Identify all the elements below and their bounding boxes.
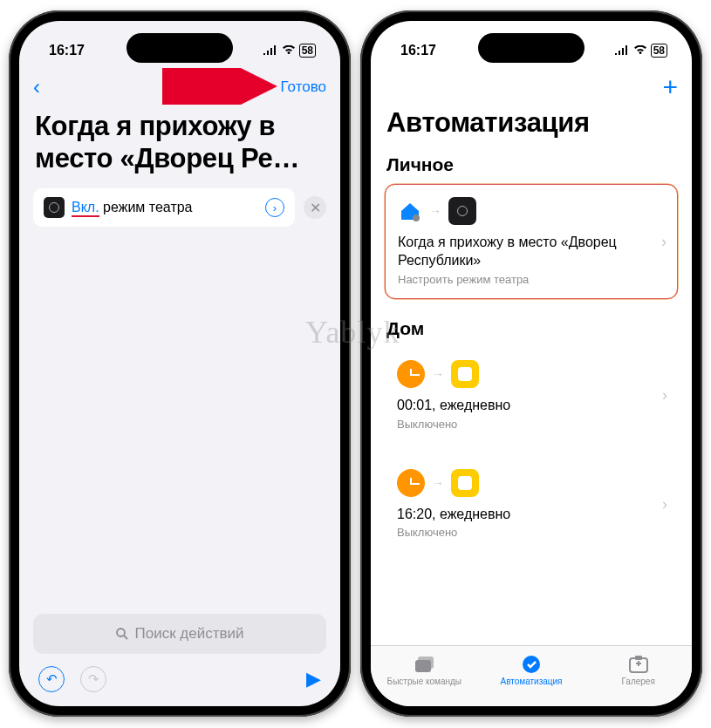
- screen-left: 16:17 58 ‹ Готово Когда я прихожу в мест…: [19, 21, 340, 706]
- automation-card-home-1[interactable]: → 00:01, ежедневно Выключено ›: [385, 348, 678, 443]
- action-card[interactable]: Вкл. режим театра ›: [33, 188, 295, 227]
- wifi-icon: [282, 45, 296, 56]
- chevron-icon: ›: [662, 386, 667, 405]
- cellular-icon: [614, 45, 630, 56]
- tab-shortcuts[interactable]: Быстрые команды: [371, 646, 478, 694]
- automation-card-home-2[interactable]: → 16:20, ежедневно Выключено ›: [385, 457, 678, 552]
- card-title: Когда я прихожу в место «Дворец Республи…: [398, 234, 667, 270]
- card-subtitle: Выключено: [397, 418, 667, 431]
- redo-button: ↷: [80, 666, 106, 692]
- card-icons-row: →: [398, 197, 667, 225]
- outlet-icon: [451, 360, 479, 388]
- add-button[interactable]: +: [662, 72, 678, 102]
- svg-point-6: [523, 656, 540, 673]
- svg-rect-5: [418, 657, 434, 669]
- clear-button[interactable]: ✕: [304, 196, 326, 219]
- dynamic-island: [478, 33, 585, 63]
- card-title: 16:20, ежедневно: [397, 506, 667, 524]
- arrow-icon: →: [429, 204, 441, 218]
- wifi-icon: [633, 45, 647, 56]
- arrow-icon: →: [432, 476, 444, 490]
- arrow-icon: →: [432, 367, 444, 381]
- section-header-personal: Личное: [371, 146, 692, 180]
- done-button[interactable]: Готово: [281, 78, 327, 96]
- watermark: Yablyk: [305, 314, 400, 350]
- watch-icon: [44, 197, 65, 218]
- run-button[interactable]: ▶: [306, 668, 321, 691]
- automation-icon: [522, 654, 541, 675]
- chevron-icon: ›: [661, 232, 667, 250]
- watch-icon: [448, 197, 476, 225]
- section-header-home: Дом: [371, 310, 692, 344]
- bottom-toolbar: ↶ ↷ ▶: [19, 661, 340, 706]
- clock-icon: [397, 469, 425, 497]
- undo-button[interactable]: ↶: [38, 666, 65, 692]
- page-title: Когда я прихожу в место «Дворец Ре…: [19, 106, 340, 181]
- screen-right: 16:17 58 + Автоматизация Личное → Когда …: [371, 21, 692, 706]
- disclosure-icon[interactable]: ›: [265, 198, 284, 217]
- back-button[interactable]: ‹: [33, 75, 40, 99]
- tab-bar: Быстрые команды Автоматизация Галерея: [371, 645, 692, 706]
- card-icons-row: →: [397, 469, 667, 497]
- svg-point-3: [413, 214, 420, 221]
- page-title: Автоматизация: [371, 106, 692, 146]
- tab-automation[interactable]: Автоматизация: [478, 646, 585, 694]
- card-subtitle: Выключено: [397, 526, 667, 539]
- battery-icon: 58: [299, 44, 316, 58]
- status-time: 16:17: [49, 43, 85, 58]
- annotation-arrow: [162, 68, 284, 105]
- arrive-home-icon: [398, 199, 422, 223]
- dynamic-island: [126, 33, 233, 63]
- status-icons: 58: [614, 44, 667, 58]
- svg-rect-8: [635, 656, 642, 660]
- action-toggle[interactable]: Вкл.: [72, 200, 99, 217]
- gallery-icon: [628, 654, 649, 675]
- battery-icon: 58: [651, 44, 667, 58]
- clock-icon: [397, 360, 425, 388]
- card-title: 00:01, ежедневно: [397, 397, 667, 415]
- search-icon: [115, 627, 129, 641]
- card-subtitle: Настроить режим театра: [398, 273, 667, 286]
- nav-bar: +: [371, 68, 692, 106]
- tab-gallery[interactable]: Галерея: [585, 646, 692, 694]
- status-time: 16:17: [400, 43, 436, 58]
- svg-line-1: [124, 636, 127, 639]
- phone-frame-left: 16:17 58 ‹ Готово Когда я прихожу в мест…: [9, 10, 351, 717]
- phone-frame-right: 16:17 58 + Автоматизация Личное → Когда …: [360, 10, 702, 717]
- card-icons-row: →: [397, 360, 667, 388]
- status-icons: 58: [263, 44, 316, 58]
- automation-card-personal[interactable]: → Когда я прихожу в место «Дворец Респуб…: [385, 184, 678, 299]
- outlet-icon: [451, 469, 479, 497]
- shortcuts-icon: [414, 654, 434, 675]
- cellular-icon: [263, 45, 278, 56]
- search-input[interactable]: Поиск действий: [33, 614, 326, 654]
- action-text: Вкл. режим театра: [72, 200, 258, 215]
- svg-point-0: [117, 629, 125, 636]
- chevron-icon: ›: [662, 494, 667, 513]
